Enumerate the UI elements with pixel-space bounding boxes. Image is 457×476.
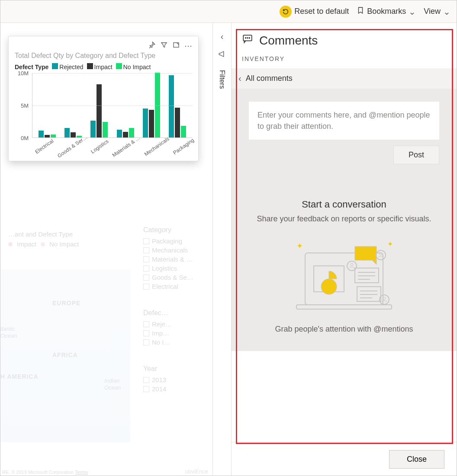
- comments-title: Comments: [259, 34, 318, 48]
- bar[interactable]: [64, 128, 70, 138]
- megaphone-icon[interactable]: [218, 50, 226, 60]
- bar[interactable]: [71, 132, 76, 137]
- bar[interactable]: [45, 135, 50, 137]
- y-axis-tick: 5M: [21, 102, 29, 109]
- comment-input[interactable]: Enter your comments here, and @mention p…: [249, 102, 439, 140]
- filter-icon[interactable]: [160, 41, 168, 51]
- empty-state-hint: Grab people's attention with @mentions: [249, 325, 439, 334]
- post-button[interactable]: Post: [393, 146, 439, 164]
- reset-to-default-button[interactable]: Reset to default: [280, 6, 349, 18]
- bookmarks-dropdown[interactable]: Bookmarks ⌄: [357, 6, 416, 17]
- dimmed-report-background: …ant and Defect Type Impact No Impact EU…: [0, 226, 212, 476]
- view-dropdown[interactable]: View ⌄: [424, 6, 451, 17]
- bar[interactable]: [175, 108, 180, 137]
- svg-point-18: [351, 263, 353, 266]
- bar[interactable]: [149, 110, 154, 138]
- svg-point-4: [249, 38, 250, 38]
- bar[interactable]: [103, 122, 108, 137]
- x-axis-label: Packaging: [172, 137, 199, 161]
- chevron-down-icon: ⌄: [409, 6, 416, 17]
- more-options-icon[interactable]: ⋯: [184, 41, 192, 51]
- bar[interactable]: [39, 131, 44, 138]
- chart-title: Total Defect Qty by Category and Defect …: [15, 52, 192, 60]
- bar[interactable]: [117, 130, 122, 137]
- x-axis-label: Electrical: [34, 138, 58, 160]
- bar[interactable]: [169, 75, 174, 137]
- bookmark-icon: [357, 6, 364, 16]
- report-canvas: ⋯ Total Defect Qty by Category and Defec…: [0, 23, 212, 476]
- chart-plot-area: 10M5M0M ElectricalGoods & Ser…LogisticsM…: [15, 73, 192, 157]
- bar[interactable]: [143, 109, 148, 138]
- legend-swatch: [116, 63, 122, 69]
- empty-state-subtitle: Share your feedback on reports or specif…: [249, 214, 439, 224]
- legend-item-label: Impact: [94, 64, 113, 70]
- comments-context-label: INVENTORY: [242, 55, 446, 62]
- svg-text:✦: ✦: [296, 242, 303, 250]
- bar[interactable]: [90, 121, 96, 137]
- chevron-down-icon: ⌄: [443, 6, 451, 17]
- bookmarks-label: Bookmarks: [367, 7, 406, 16]
- svg-rect-8: [296, 305, 392, 309]
- x-axis-label: Logistics: [90, 138, 113, 160]
- svg-point-3: [247, 38, 248, 38]
- chart-legend: Defect Type RejectedImpactNo Impact: [15, 63, 192, 70]
- filters-collapsed-rail[interactable]: ‹ Filters: [212, 23, 232, 476]
- svg-text:✦: ✦: [387, 240, 393, 248]
- y-axis-tick: 0M: [21, 135, 29, 141]
- reset-icon: [280, 6, 292, 18]
- chevron-left-icon[interactable]: ‹: [221, 32, 224, 42]
- svg-rect-10: [355, 246, 377, 260]
- empty-state-title: Start a conversation: [249, 199, 439, 210]
- legend-item-label: No Impact: [123, 64, 151, 70]
- chart-visual[interactable]: ⋯ Total Defect Qty by Category and Defec…: [8, 36, 199, 161]
- y-axis-tick: 10M: [18, 70, 29, 77]
- conversation-illustration: ✦ ✦: [249, 236, 439, 318]
- bar[interactable]: [181, 126, 186, 137]
- legend-swatch: [87, 63, 93, 69]
- svg-rect-0: [174, 43, 179, 48]
- all-comments-label: All comments: [246, 74, 293, 83]
- x-axis-label: Materials & …: [111, 134, 145, 163]
- top-toolbar: Reset to default Bookmarks ⌄ View ⌄: [0, 0, 457, 23]
- all-comments-back[interactable]: ‹ All comments: [232, 68, 457, 89]
- svg-point-2: [245, 38, 246, 38]
- x-axis-label: Goods & Ser…: [56, 134, 92, 164]
- close-button[interactable]: Close: [389, 450, 444, 469]
- x-axis-label: Mechanicals: [143, 136, 174, 162]
- comment-icon: [242, 33, 253, 48]
- visual-toolbar: ⋯: [15, 41, 192, 51]
- legend-swatch: [52, 63, 58, 69]
- legend-item-label: Rejected: [59, 64, 83, 70]
- bar[interactable]: [51, 134, 56, 138]
- focus-mode-icon[interactable]: [172, 41, 180, 51]
- bar[interactable]: [97, 84, 102, 137]
- filters-label: Filters: [218, 70, 226, 89]
- reset-label: Reset to default: [294, 7, 349, 16]
- view-label: View: [424, 7, 441, 16]
- chevron-left-icon: ‹: [238, 73, 241, 83]
- comments-pane-header: Comments: [242, 33, 446, 48]
- bar[interactable]: [129, 128, 134, 138]
- pin-icon[interactable]: [148, 41, 156, 51]
- legend-title: Defect Type: [15, 64, 48, 70]
- comments-empty-state: Start a conversation Share your feedback…: [249, 199, 439, 334]
- comments-pane: Comments INVENTORY ‹ All comments Enter …: [232, 23, 457, 476]
- bar[interactable]: [123, 132, 128, 138]
